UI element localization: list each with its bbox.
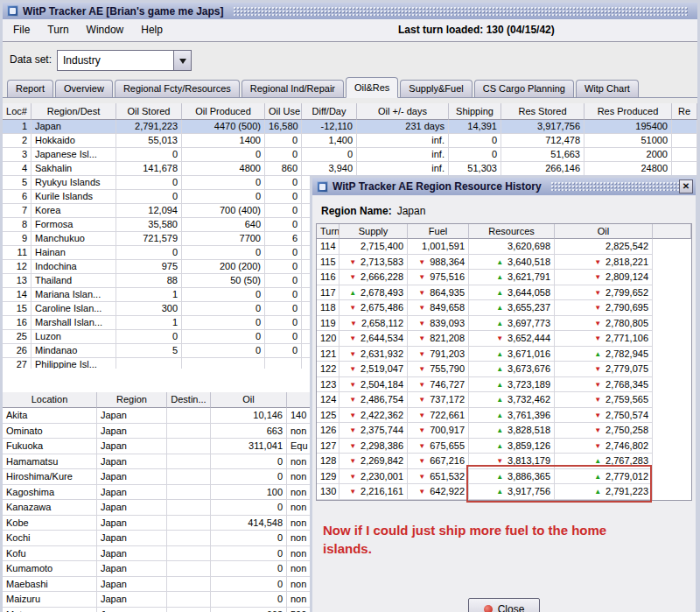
cell (167, 516, 211, 531)
column-header[interactable]: Oil Use (265, 103, 302, 120)
history-row[interactable]: 129▼2,230,001▼651,532▲3,886,365▲2,779,01… (317, 469, 691, 485)
cell: 712,478 (501, 134, 584, 148)
dialog-titlebar[interactable]: WitP Tracker AE Region Resource History … (312, 178, 696, 195)
table-row[interactable]: 2Hokkaido55,013140001,400inf.0712,478510… (3, 134, 697, 148)
down-arrow-icon: ▼ (418, 470, 425, 485)
column-header[interactable]: Re (672, 103, 697, 120)
column-header[interactable]: Oil (211, 392, 287, 408)
cell: 0 (182, 330, 265, 344)
tab-report[interactable]: Report (7, 80, 53, 97)
history-row[interactable]: 120▼2,644,534▼821,208▼3,652,444▼2,771,10… (317, 331, 691, 347)
table-row[interactable]: 1Japan2,791,2234470 (500)16,580-12,11023… (3, 120, 697, 134)
column-header[interactable]: Destin... (167, 392, 211, 408)
up-arrow-icon: ▲ (594, 470, 601, 485)
column-header[interactable]: Location (3, 392, 97, 408)
menu-file[interactable]: File (4, 19, 38, 41)
history-row[interactable]: 118▼2,675,486▼849,658▲3,655,237▼2,790,69… (317, 300, 691, 316)
cell: ▼746,727 (408, 377, 469, 393)
history-row[interactable]: 121▼2,631,932▼791,203▲3,671,016▲2,782,94… (317, 347, 691, 362)
cell: 2,825,542 (555, 239, 653, 255)
cell: 114 (317, 239, 340, 255)
history-row[interactable]: 123▼2,504,184▼746,727▲3,723,189▼2,768,34… (317, 377, 691, 393)
cell: ▼755,790 (408, 362, 469, 377)
table-row[interactable]: 4Sakhalin141,67848008603,940inf.51,30326… (3, 162, 697, 176)
tab-cs-cargo-planning[interactable]: CS Cargo Planning (474, 80, 574, 97)
history-row[interactable]: 127▼2,298,386▼675,655▲3,859,126▼2,746,80… (317, 439, 691, 454)
chevron-down-icon (179, 59, 186, 67)
history-row[interactable]: 125▼2,422,362▼722,661▲3,761,396▼2,750,57… (317, 408, 691, 424)
cell: 0 (265, 204, 302, 218)
cell: 16 (3, 316, 32, 330)
column-header[interactable]: Fuel (408, 224, 469, 239)
menu-turn[interactable]: Turn (38, 19, 77, 41)
cell: -12,110 (302, 120, 357, 134)
history-row[interactable]: 115▼2,713,583▼988,364▲3,640,518▼2,818,22… (317, 255, 691, 271)
column-header[interactable]: Oil Produced (182, 103, 265, 120)
cell: Indochina (32, 260, 116, 274)
column-header[interactable]: Res Stored (501, 103, 584, 120)
column-header[interactable]: Loc# (3, 103, 32, 120)
history-row[interactable]: 119▼2,658,112▼839,093▲3,697,773▼2,780,80… (317, 316, 691, 332)
tab-supply-fuel[interactable]: Supply&Fuel (400, 80, 472, 97)
up-arrow-icon: ▲ (496, 424, 503, 439)
history-row[interactable]: 116▼2,666,228▼975,516▲3,621,791▼2,809,12… (317, 270, 691, 285)
column-header[interactable] (653, 224, 691, 239)
history-row[interactable]: 122▼2,519,047▼755,790▲3,673,676▼2,779,07… (317, 362, 691, 377)
menu-help[interactable]: Help (132, 19, 172, 41)
column-header[interactable]: Resources (469, 224, 555, 239)
up-arrow-icon: ▲ (496, 317, 503, 332)
cell (653, 454, 691, 469)
history-value: 3,671,016 (508, 348, 550, 359)
dialog-close-button[interactable]: ✕ (679, 179, 693, 193)
column-header[interactable]: Shipping (449, 103, 501, 120)
tab-witp-chart[interactable]: Witp Chart (576, 80, 639, 97)
history-value: 2,759,565 (606, 394, 648, 404)
up-arrow-icon: ▲ (496, 393, 503, 408)
column-header[interactable]: Region (97, 392, 167, 408)
column-header[interactable]: Diff/Day (302, 103, 357, 120)
column-header[interactable]: Oil +/- days (357, 103, 449, 120)
history-row[interactable]: 117▲2,678,493▼864,935▲3,644,058▼2,799,65… (317, 285, 691, 301)
history-value: 2,269,842 (360, 455, 403, 466)
column-header[interactable]: Supply (340, 224, 408, 239)
cell: ▼2,750,574 (555, 408, 653, 424)
dataset-combobox[interactable]: Industry (57, 50, 192, 71)
column-header[interactable]: Region/Dest (32, 103, 116, 120)
titlebar-texture (234, 7, 688, 16)
combo-arrow-button[interactable] (173, 51, 191, 70)
column-header[interactable]: Turn (317, 224, 340, 239)
menu-window[interactable]: Window (78, 19, 133, 41)
cell: ▼642,922 (408, 484, 469, 500)
cell: ▲2,678,493 (340, 285, 408, 301)
tab-oil-res[interactable]: Oil&Res (346, 77, 398, 98)
history-row[interactable]: 1142,715,4001,001,5913,620,6982,825,542 (317, 239, 691, 255)
annotation-text: Now if I could just ship more fuel to th… (323, 521, 638, 558)
cell: 14,391 (449, 120, 501, 134)
history-row[interactable]: 126▼2,375,744▼700,917▲3,828,518▼2,750,25… (317, 423, 691, 439)
column-header[interactable]: Res Produced (584, 103, 672, 120)
column-header[interactable]: Oil (555, 224, 653, 239)
cell: Korea (32, 204, 116, 218)
app-icon (7, 5, 18, 17)
window-titlebar[interactable]: WitP Tracker AE [Brian's game me Japs] (3, 3, 697, 19)
table-row[interactable]: 3Japanese Isl...0000inf.051,6632000 (3, 148, 697, 162)
history-row[interactable]: 130▼2,216,161▼642,922▲3,917,756▲2,791,22… (317, 484, 691, 500)
tab-regional-ind-repair[interactable]: Regional Ind/Repair (242, 80, 344, 97)
history-row[interactable]: 124▼2,486,754▼737,172▲3,732,462▼2,759,56… (317, 392, 691, 408)
cell: ▼675,655 (408, 439, 469, 454)
column-header[interactable]: Oil Stored (116, 103, 182, 120)
cell: Kochi (3, 531, 97, 546)
cell: 13 (3, 274, 32, 288)
cell: 120 (317, 331, 340, 347)
history-row[interactable]: 128▼2,269,842▼667,216▼3,813,179▲2,767,28… (317, 454, 691, 469)
close-button[interactable]: Close (468, 598, 540, 612)
history-value: 667,216 (430, 455, 465, 466)
cell: Luzon (32, 330, 116, 344)
cell: 0 (265, 288, 302, 302)
cell (672, 134, 697, 148)
cell: 2,791,223 (116, 120, 182, 134)
tab-regional-fcty-resources[interactable]: Regional Fcty/Resources (115, 80, 240, 97)
cell: 0 (182, 344, 265, 358)
cell: Matsue (3, 608, 97, 612)
tab-overview[interactable]: Overview (55, 80, 113, 97)
